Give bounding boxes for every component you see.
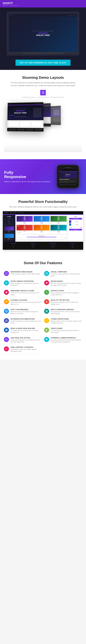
product-image xyxy=(34,225,50,230)
store-sidebar-title: STORE xyxy=(4,216,14,217)
store-title: Powerful Store Functionality xyxy=(3,200,83,204)
feature-video-slider: VIDEO SLIDER Your clients will enjoy bea… xyxy=(43,326,83,335)
store-sidebar: STORE Category Price Brand Rating Protei… xyxy=(3,215,15,242)
product-card[interactable]: Protein+ $13.99 xyxy=(17,216,33,224)
cta-button[interactable]: GET UP AND RUNNING IN JUST ONE CLICK! xyxy=(16,60,71,66)
svg-line-20 xyxy=(7,340,7,340)
feature-google-fonts: A GOOGLE FONTS Choose between a bunch of… xyxy=(43,288,83,298)
settings-icon xyxy=(4,309,9,314)
laptop-screen-inner: GOIFIT Home About Store Blog OTHER GYMS … xyxy=(9,14,77,52)
phone-content-section: WHAT IS CROSSFIT? CrossFit is a lifestyl… xyxy=(59,178,77,184)
feature-visual-composer: VISUAL COMPOSER The theme comes with bui… xyxy=(43,269,83,279)
screen-nav: GOIFIT Home About Store Blog xyxy=(9,14,77,16)
svg-marker-18 xyxy=(46,329,48,331)
features-section: Some Of Our Features RESPONSIVE WEB DESI… xyxy=(0,255,86,360)
feature-documentation: EXTENSIVE DOCUMENTATION Provide instruct… xyxy=(3,316,43,326)
feature-fontello-icons: AWESOME FONTELLO ICONS Select the icon f… xyxy=(3,288,43,298)
product-bottle-icon xyxy=(40,226,42,229)
document-icon xyxy=(4,318,9,323)
footer-col-1: GoiFit Core Home About Store Blog xyxy=(4,243,23,248)
svg-rect-17 xyxy=(7,330,7,331)
feature-flexible-colours: FLEXIBLE COLOURS Adjust the theme to you… xyxy=(3,298,43,307)
svg-point-12 xyxy=(6,311,7,312)
footer-col-2: Contact Us info@goifit.com +1 800 123 45… xyxy=(24,243,42,248)
svg-rect-14 xyxy=(6,329,6,330)
cart-item: Pre-Work $15.99 xyxy=(69,223,82,226)
feature-sticky-menus: STICKY MENUS SUPPORTED Better navigation… xyxy=(3,279,43,288)
store-nav-links: Store About Us Contact Blog xyxy=(10,212,23,213)
reflection xyxy=(4,144,82,152)
svg-point-19 xyxy=(6,338,7,340)
demo-section: Stunning Demo Layouts You are welcome to… xyxy=(0,70,86,159)
phone-screen-hero: THAT'S YOUR COMPETITION WHAT IS CROSSFIT… xyxy=(59,172,77,178)
responsive-title: FullyResponsive xyxy=(4,170,51,179)
store-cart: Cart Checkout Options Protein+ $13.99 Pr… xyxy=(68,215,83,242)
laptop-mockup: GOIFIT Home About Store Blog OTHER GYMS … xyxy=(7,12,79,56)
cart-checkout-btn[interactable]: Checkout Now xyxy=(69,229,82,230)
laptop-stand xyxy=(22,53,64,54)
feature-back-to-top: BACK TO TOP BUTTON Convenient navigation… xyxy=(43,298,83,307)
cart-item: Protein+ $13.99 xyxy=(69,220,82,223)
products-grid: Protein+ $13.99 Pre-Work $15.99 xyxy=(15,215,68,242)
svg-point-7 xyxy=(46,282,47,283)
features-title: Some Of Our Features xyxy=(3,261,83,265)
phone-screen: GOIFIT ☰ THAT'S YOUR COMPETITION WHAT IS… xyxy=(59,169,77,186)
svg-rect-3 xyxy=(46,272,46,273)
feature-one-page: ONE PAGE SITE OPTION HTML code integrate… xyxy=(3,335,43,345)
drag-drop-icon xyxy=(4,328,9,332)
feature-page-builder: DRAG & DROP PAGE BUILDER The drag and dr… xyxy=(3,326,43,335)
footer-col-4: Follow Us Facebook Twitter Instagram You… xyxy=(63,243,82,248)
product-bottle-icon xyxy=(24,217,26,220)
admin-icon xyxy=(44,337,49,342)
product-bottle-icon xyxy=(58,226,60,229)
store-desc: We have carefully designed Goifit so you… xyxy=(10,206,76,208)
support-icon xyxy=(4,346,9,352)
feature-multi-language: MULTI LANGUAGE SUPPORT Full support and … xyxy=(43,307,83,316)
product-image xyxy=(51,216,67,222)
header-logo: GOIFIT DESIGN | COMMUNITY xyxy=(3,2,18,6)
demo-section-title: Stunning Demo Layouts xyxy=(4,76,82,80)
demo-section-desc: You are welcome to choose between the pr… xyxy=(10,82,76,87)
svg-rect-0 xyxy=(6,272,8,274)
responsive-section: FullyResponsive Design is optimized for … xyxy=(0,159,86,194)
svg-point-9 xyxy=(6,301,6,302)
feature-responsive-web-design: RESPONSIVE WEB DESIGN Fully Responsive L… xyxy=(3,269,43,279)
completely-text: COMPLETELY DIFFERENT HOMEPAGES xyxy=(4,96,82,98)
product-card[interactable]: Vitamins $13.99 xyxy=(33,225,50,234)
retina-icon xyxy=(44,280,49,286)
product-card[interactable]: Omega-3 $8.99 xyxy=(50,225,67,234)
product-card[interactable]: Pre-Work $15.99 xyxy=(33,216,50,224)
feature-shortcodes: { } LITEMA SHORTCODES Plugin provides a … xyxy=(43,316,83,326)
product-bottle-icon xyxy=(24,226,26,229)
monitor-icon xyxy=(4,271,9,276)
product-card[interactable]: BCAA $12.99 xyxy=(50,216,67,224)
font-icon: A xyxy=(44,290,49,295)
store-nav: GOIFIT Store About Us Contact Blog xyxy=(3,211,83,214)
product-image xyxy=(51,225,67,230)
star-icon xyxy=(4,290,9,295)
svg-rect-4 xyxy=(47,272,48,273)
layouts-container: GOIFIT OTHER GYMS USE MACHINES CROSSFITB… xyxy=(4,102,82,152)
filter-brand: Brand xyxy=(4,222,14,223)
phone-mockup-container: GOIFIT ☰ THAT'S YOUR COMPETITION WHAT IS… xyxy=(54,165,82,188)
cart-checkout-option: Checkout Options xyxy=(69,218,82,220)
store-section: Powerful Store Functionality We have car… xyxy=(0,194,86,255)
footer-col-3: Latest Posts Post One Title Here Post Tw… xyxy=(44,243,62,248)
compose-icon xyxy=(44,271,49,276)
svg-rect-15 xyxy=(7,329,7,330)
svg-marker-8 xyxy=(6,291,8,293)
svg-rect-6 xyxy=(47,274,48,274)
demo-number-badge: 3 xyxy=(40,90,46,96)
video-icon xyxy=(44,328,49,332)
store-content: STORE Category Price Brand Rating Protei… xyxy=(3,215,83,242)
feature-easy-customizable: EASY CUSTOMIZABLE Awesome easy-to-use op… xyxy=(3,307,43,316)
svg-point-10 xyxy=(7,301,7,302)
featured-product-2: Mass Gainer $15.99 xyxy=(4,233,14,240)
store-logo: GOIFIT xyxy=(4,212,8,213)
product-bottle-icon xyxy=(58,217,60,220)
svg-rect-16 xyxy=(6,330,6,331)
product-card[interactable]: SALE Creatine $13.99 $9.99 ★★★★★ xyxy=(17,225,33,234)
featured-product-1: Protein+ $13.99 xyxy=(4,226,14,233)
search-icon xyxy=(4,337,9,342)
filter-rating: Rating xyxy=(4,224,14,225)
